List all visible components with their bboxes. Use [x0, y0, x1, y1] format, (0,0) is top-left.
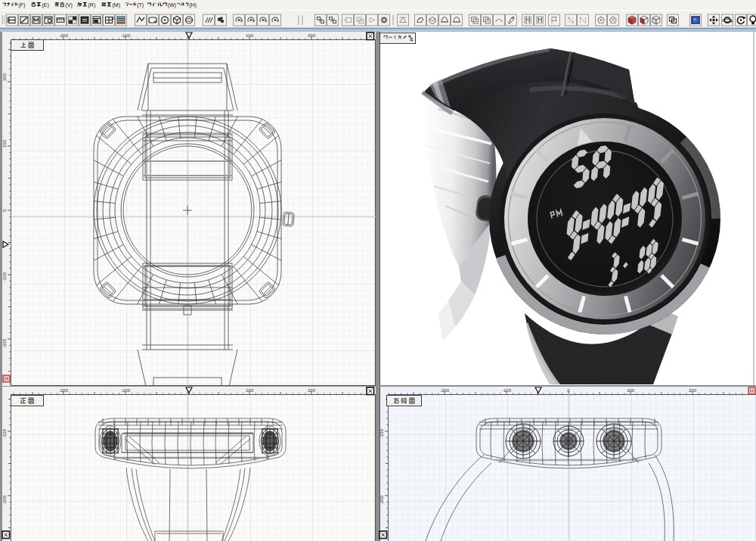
svg-text:(E): (E): [42, 2, 49, 8]
svg-text:100: 100: [246, 33, 254, 38]
svg-text:H: H: [525, 16, 530, 24]
svg-text:100: 100: [2, 139, 7, 148]
svg-text:(T): (T): [137, 2, 144, 8]
svg-text:-100: -100: [2, 272, 7, 281]
svg-text:(H): (H): [189, 2, 197, 8]
svg-text:-100: -100: [380, 428, 384, 438]
svg-text:-200: -200: [2, 338, 7, 348]
svg-text:-200: -200: [2, 495, 7, 505]
svg-text:(V): (V): [66, 2, 73, 8]
svg-text:0: 0: [2, 209, 7, 212]
svg-text:(R): (R): [88, 2, 96, 8]
svg-text:H: H: [537, 16, 542, 24]
svg-text:(F): (F): [18, 2, 25, 8]
svg-text:-200: -200: [440, 388, 450, 393]
svg-text:-100: -100: [121, 33, 131, 38]
svg-text:-100: -100: [121, 388, 131, 393]
svg-text:-100: -100: [502, 388, 512, 393]
svg-text:200: 200: [689, 388, 697, 393]
svg-text:(M): (M): [113, 2, 121, 8]
svg-text:-200: -200: [59, 388, 69, 393]
svg-text:0: 0: [567, 388, 570, 393]
svg-text:200: 200: [308, 388, 316, 393]
svg-text:4: 4: [410, 36, 414, 43]
svg-text:-200: -200: [380, 495, 384, 505]
svg-text:-200: -200: [59, 33, 69, 38]
svg-text:(W): (W): [168, 2, 176, 8]
svg-text:200: 200: [2, 73, 7, 81]
svg-text:100: 100: [246, 388, 254, 393]
svg-text:100: 100: [627, 388, 635, 393]
svg-text:-100: -100: [2, 428, 7, 438]
svg-text:200: 200: [308, 33, 316, 38]
